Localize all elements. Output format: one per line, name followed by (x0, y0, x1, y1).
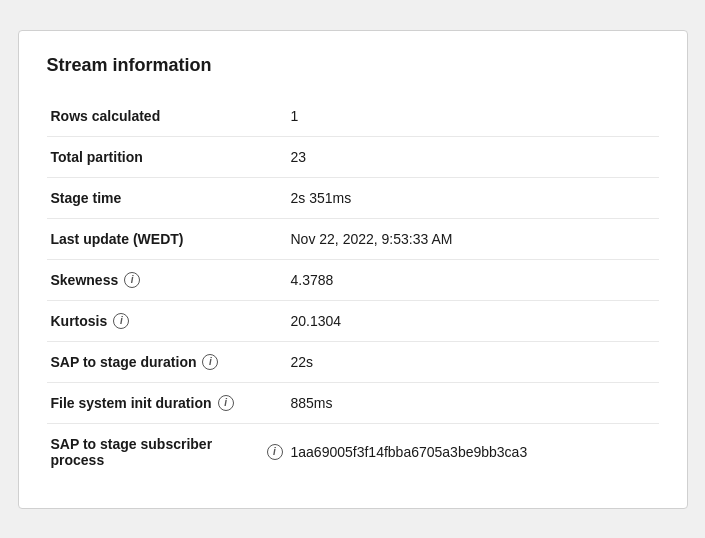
label-text-3: Last update (WEDT) (51, 231, 184, 247)
label-text-7: File system init duration (51, 395, 212, 411)
label-text-5: Kurtosis (51, 313, 108, 329)
info-icon-8[interactable]: i (267, 444, 283, 460)
table-row: Kurtosisi20.1304 (47, 300, 659, 341)
info-icon-6[interactable]: i (202, 354, 218, 370)
label-text-6: SAP to stage duration (51, 354, 197, 370)
info-table: Rows calculated1Total partition23Stage t… (47, 96, 659, 480)
row-label-0: Rows calculated (47, 96, 287, 137)
label-text-8: SAP to stage subscriber process (51, 436, 261, 468)
table-row: Skewnessi4.3788 (47, 259, 659, 300)
label-text-0: Rows calculated (51, 108, 161, 124)
table-row: SAP to stage subscriber processi1aa69005… (47, 423, 659, 480)
row-value-1: 23 (287, 136, 659, 177)
row-value-2: 2s 351ms (287, 177, 659, 218)
table-row: Stage time2s 351ms (47, 177, 659, 218)
stream-information-card: Stream information Rows calculated1Total… (18, 30, 688, 509)
info-icon-7[interactable]: i (218, 395, 234, 411)
table-row: Rows calculated1 (47, 96, 659, 137)
row-label-6: SAP to stage durationi (47, 341, 287, 382)
row-label-8: SAP to stage subscriber processi (47, 423, 287, 480)
row-label-4: Skewnessi (47, 259, 287, 300)
label-text-2: Stage time (51, 190, 122, 206)
row-label-5: Kurtosisi (47, 300, 287, 341)
row-value-8: 1aa69005f3f14fbba6705a3be9bb3ca3 (287, 423, 659, 480)
card-title: Stream information (47, 55, 659, 76)
label-text-1: Total partition (51, 149, 143, 165)
row-value-3: Nov 22, 2022, 9:53:33 AM (287, 218, 659, 259)
row-value-4: 4.3788 (287, 259, 659, 300)
info-icon-5[interactable]: i (113, 313, 129, 329)
table-row: Total partition23 (47, 136, 659, 177)
table-row: Last update (WEDT)Nov 22, 2022, 9:53:33 … (47, 218, 659, 259)
row-label-1: Total partition (47, 136, 287, 177)
table-row: SAP to stage durationi22s (47, 341, 659, 382)
row-value-6: 22s (287, 341, 659, 382)
row-label-2: Stage time (47, 177, 287, 218)
row-value-7: 885ms (287, 382, 659, 423)
info-icon-4[interactable]: i (124, 272, 140, 288)
label-text-4: Skewness (51, 272, 119, 288)
row-value-5: 20.1304 (287, 300, 659, 341)
table-row: File system init durationi885ms (47, 382, 659, 423)
row-value-0: 1 (287, 96, 659, 137)
row-label-3: Last update (WEDT) (47, 218, 287, 259)
row-label-7: File system init durationi (47, 382, 287, 423)
